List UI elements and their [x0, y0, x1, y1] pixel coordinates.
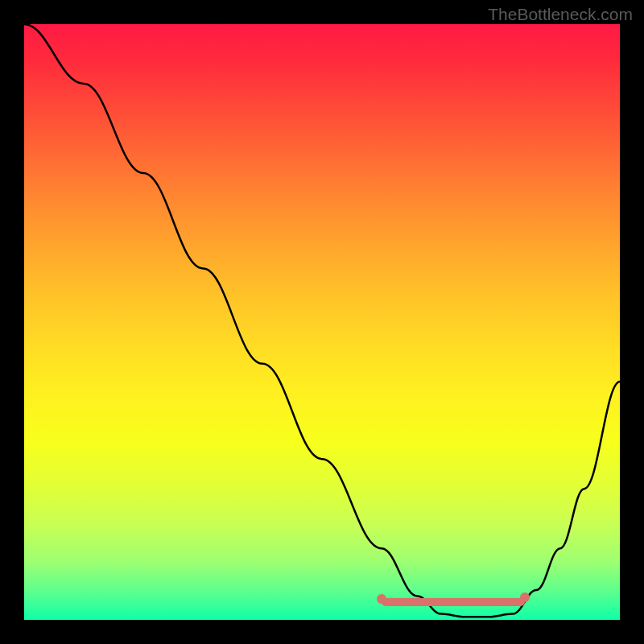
- optimal-left-endpoint: [377, 594, 386, 604]
- optimal-flat-region: [382, 598, 525, 606]
- bottleneck-curve: [24, 24, 620, 620]
- plot-area: [24, 24, 620, 620]
- optimal-right-endpoint: [520, 592, 530, 602]
- watermark-text: TheBottleneck.com: [488, 5, 633, 24]
